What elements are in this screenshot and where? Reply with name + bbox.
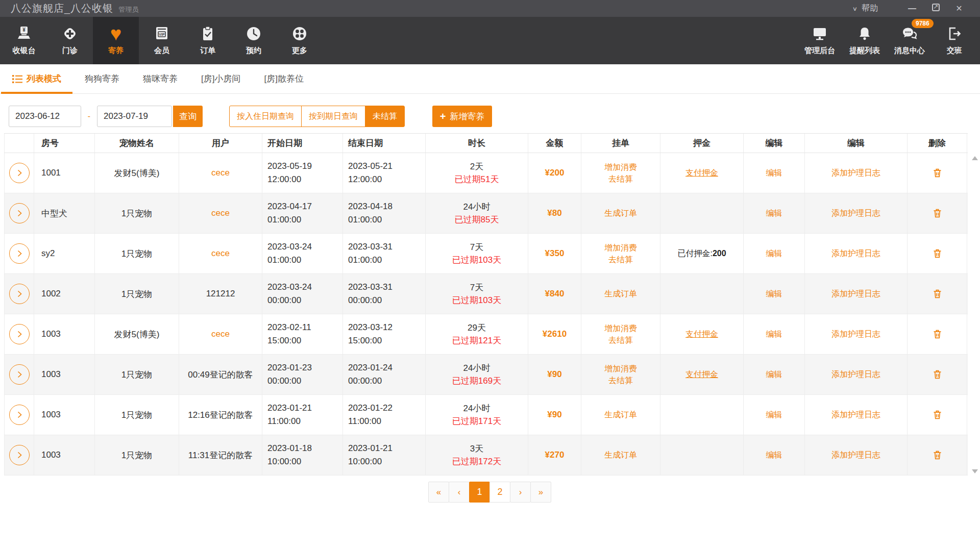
date-from-input[interactable] (9, 106, 81, 127)
deposit-paid-text: 已付押金:200 (677, 248, 726, 259)
by-due-date-button[interactable]: 按到期日查询 (301, 106, 365, 127)
pending-action-link[interactable]: 增加消费 (604, 161, 637, 173)
nav-item-shift-change[interactable]: 交班 (932, 17, 977, 64)
delete-icon[interactable] (932, 329, 943, 340)
room-number: 1003 (34, 435, 95, 475)
edit-cell: 编辑 (744, 435, 805, 475)
add-care-log-link[interactable]: 添加护理日志 (831, 410, 880, 420)
scroll-down-icon[interactable] (972, 469, 978, 473)
delete-icon[interactable] (932, 288, 943, 299)
pending-action-link[interactable]: 生成订单 (604, 449, 637, 461)
start-datetime: 2023-01-2300:00:00 (262, 355, 343, 394)
pending-actions-cell: 增加消费去结算 (581, 153, 660, 193)
edit-link[interactable]: 编辑 (766, 369, 782, 380)
start-datetime: 2023-03-2400:00:00 (262, 274, 343, 314)
edit-link[interactable]: 编辑 (766, 329, 782, 340)
nav-item-orders[interactable]: 订单 (185, 17, 231, 64)
add-care-log-link[interactable]: 添加护理日志 (831, 369, 880, 380)
delete-icon[interactable] (932, 208, 943, 219)
add-care-log-link[interactable]: 添加护理日志 (831, 168, 880, 179)
unsettled-button[interactable]: 未结算 (365, 106, 405, 127)
edit-link[interactable]: 编辑 (766, 410, 782, 420)
query-button[interactable]: 查询 (173, 106, 203, 127)
pay-deposit-link[interactable]: 支付押金 (685, 168, 718, 179)
edit-link[interactable]: 编辑 (766, 248, 782, 259)
minimize-button[interactable]: — (900, 4, 924, 13)
expand-row-button[interactable] (9, 284, 30, 304)
header-edit2: 编辑 (805, 134, 908, 153)
pending-action-link[interactable]: 生成订单 (604, 409, 637, 420)
pending-action-link[interactable]: 去结算 (608, 254, 633, 265)
delete-icon[interactable] (932, 369, 943, 380)
add-care-log-link[interactable]: 添加护理日志 (831, 329, 880, 340)
list-mode-icon (12, 74, 22, 84)
pending-actions-cell: 生成订单 (581, 274, 660, 314)
edit-link[interactable]: 编辑 (766, 168, 782, 179)
tab-cat-boarding[interactable]: 猫咪寄养 (138, 64, 183, 93)
pay-deposit-link[interactable]: 支付押金 (685, 369, 718, 380)
restore-button[interactable] (924, 4, 947, 13)
expand-row-button[interactable] (9, 203, 30, 223)
by-checkin-date-button[interactable]: 按入住日期查询 (229, 106, 302, 127)
pending-action-link[interactable]: 去结算 (608, 374, 633, 386)
delete-icon[interactable] (932, 167, 943, 179)
expand-row-button[interactable] (9, 324, 30, 344)
nav-item-boarding[interactable]: ♥ 寄养 (93, 17, 139, 64)
tab-small-room[interactable]: [房]小房间 (196, 64, 246, 93)
edit-link[interactable]: 编辑 (766, 208, 782, 219)
close-button[interactable]: ✕ (947, 4, 971, 13)
prev-page-button[interactable]: ‹ (449, 482, 470, 503)
add-care-log-link[interactable]: 添加护理日志 (831, 450, 880, 461)
tab-list-mode[interactable]: 列表模式 (7, 64, 66, 93)
first-page-button[interactable]: « (428, 482, 449, 503)
add-care-log-link[interactable]: 添加护理日志 (831, 208, 880, 219)
delete-icon[interactable] (932, 248, 943, 259)
vertical-scrollbar[interactable] (971, 153, 979, 477)
nav-item-more[interactable]: 更多 (277, 17, 323, 64)
add-care-log-link[interactable]: 添加护理日志 (831, 289, 880, 299)
header-amount: 金额 (528, 134, 581, 153)
edit-link[interactable]: 编辑 (766, 450, 782, 461)
user-name: cece (179, 314, 262, 354)
delete-icon[interactable] (932, 449, 943, 461)
pending-action-link[interactable]: 生成订单 (604, 207, 637, 219)
page-1-button[interactable]: 1 (469, 482, 490, 503)
scroll-up-icon[interactable] (972, 156, 978, 160)
nav-item-appointments[interactable]: 预约 (231, 17, 277, 64)
next-page-button[interactable]: › (510, 482, 531, 503)
pending-action-link[interactable]: 增加消费 (604, 242, 637, 254)
tab-free-range[interactable]: [房]散养位 (259, 64, 308, 93)
nav-item-reminder-list[interactable]: 提醒列表 (842, 17, 887, 64)
tab-dog-boarding[interactable]: 狗狗寄养 (80, 64, 125, 93)
amount: ¥270 (528, 435, 581, 475)
add-care-log-link[interactable]: 添加护理日志 (831, 248, 880, 259)
add-boarding-button[interactable]: + 新增寄养 (432, 106, 492, 127)
chevron-right-icon (15, 169, 23, 177)
overdue-label: 已过期121天 (452, 334, 501, 347)
expand-row-button[interactable] (9, 163, 30, 183)
pending-action-link[interactable]: 去结算 (608, 173, 633, 185)
pending-action-link[interactable]: 增加消费 (604, 363, 637, 374)
pending-action-link[interactable]: 增加消费 (604, 322, 637, 334)
date-to-input[interactable] (97, 106, 172, 127)
delete-icon[interactable] (932, 409, 943, 420)
pending-action-link[interactable]: 去结算 (608, 334, 633, 346)
expander-cell (4, 234, 34, 273)
expand-row-button[interactable] (9, 405, 30, 425)
nav-item-clinic[interactable]: 门诊 (47, 17, 93, 64)
expand-row-button[interactable] (9, 364, 30, 385)
nav-item-cashier[interactable]: ¥ 收银台 (1, 17, 47, 64)
expand-row-button[interactable] (9, 243, 30, 264)
expand-row-button[interactable] (9, 445, 30, 465)
page-2-button[interactable]: 2 (489, 482, 510, 503)
appointment-clock-icon (246, 26, 262, 41)
last-page-button[interactable]: » (530, 482, 551, 503)
overdue-label: 已过期172天 (452, 455, 501, 468)
help-menu[interactable]: ∨ 帮助 (852, 3, 878, 14)
nav-item-member[interactable]: VIP 会员 (139, 17, 185, 64)
pay-deposit-link[interactable]: 支付押金 (685, 329, 718, 340)
nav-item-admin-backend[interactable]: 管理后台 (797, 17, 842, 64)
header-pet-name: 宠物姓名 (95, 134, 179, 153)
pending-action-link[interactable]: 生成订单 (604, 288, 637, 299)
edit-link[interactable]: 编辑 (766, 289, 782, 299)
